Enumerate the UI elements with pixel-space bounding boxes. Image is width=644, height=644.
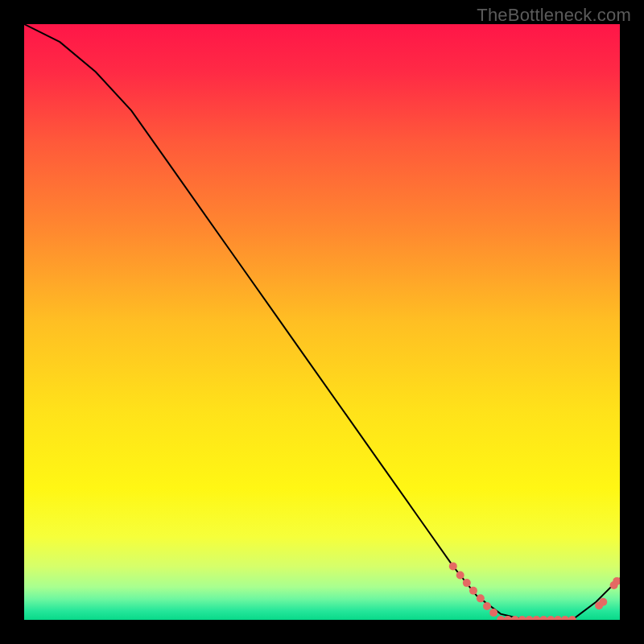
- bottleneck-chart: [24, 24, 620, 620]
- chart-svg: [24, 24, 620, 620]
- watermark-text: TheBottleneck.com: [477, 5, 631, 26]
- chart-frame: TheBottleneck.com: [0, 0, 644, 644]
- data-point: [477, 594, 485, 602]
- data-point: [449, 562, 457, 570]
- data-point: [483, 602, 491, 610]
- data-point: [456, 572, 464, 580]
- data-point: [489, 609, 497, 617]
- data-point: [599, 598, 607, 606]
- chart-background: [24, 24, 620, 620]
- data-point: [469, 587, 477, 595]
- data-point: [463, 579, 471, 587]
